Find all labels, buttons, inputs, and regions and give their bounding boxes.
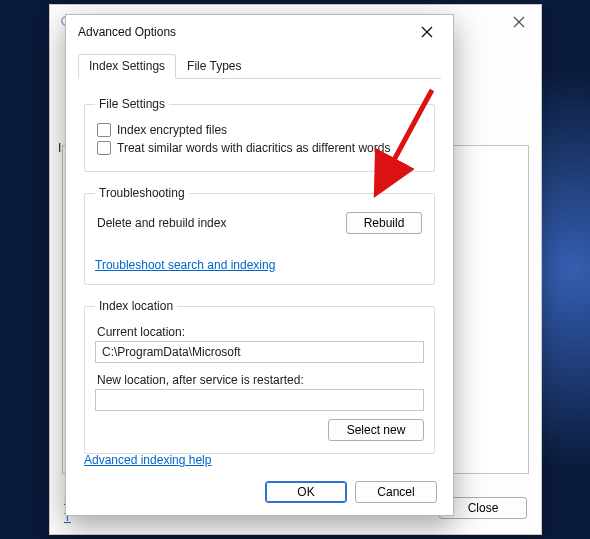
- troubleshoot-search-link[interactable]: Troubleshoot search and indexing: [95, 258, 275, 272]
- back-label-fragment: I: [58, 141, 61, 155]
- index-encrypted-label: Index encrypted files: [117, 123, 227, 137]
- advanced-options-close-button[interactable]: [407, 17, 447, 47]
- advanced-options-title: Advanced Options: [78, 25, 176, 39]
- tabstrip: Index Settings File Types: [78, 53, 441, 79]
- indexing-options-close-button[interactable]: [497, 7, 541, 37]
- close-icon: [421, 26, 433, 38]
- tab-file-types[interactable]: File Types: [176, 54, 252, 79]
- index-encrypted-checkbox[interactable]: [97, 123, 111, 137]
- new-location-field[interactable]: [95, 389, 424, 411]
- advanced-indexing-help-link[interactable]: Advanced indexing help: [84, 453, 211, 467]
- file-settings-legend: File Settings: [95, 97, 169, 111]
- index-location-group: Index location Current location: C:\Prog…: [84, 299, 435, 454]
- advanced-options-dialog: Advanced Options Index Settings File Typ…: [65, 14, 454, 516]
- file-settings-group: File Settings Index encrypted files Trea…: [84, 97, 435, 172]
- troubleshooting-group: Troubleshooting Delete and rebuild index…: [84, 186, 435, 285]
- current-location-label: Current location:: [97, 325, 422, 339]
- new-location-label: New location, after service is restarted…: [97, 373, 422, 387]
- current-location-field: C:\ProgramData\Microsoft: [95, 341, 424, 363]
- rebuild-description: Delete and rebuild index: [97, 216, 226, 230]
- diacritics-checkbox[interactable]: [97, 141, 111, 155]
- diacritics-label: Treat similar words with diacritics as d…: [117, 141, 390, 155]
- index-location-legend: Index location: [95, 299, 177, 313]
- troubleshooting-legend: Troubleshooting: [95, 186, 189, 200]
- cancel-button[interactable]: Cancel: [355, 481, 437, 503]
- tab-index-settings[interactable]: Index Settings: [78, 54, 176, 79]
- advanced-options-titlebar: Advanced Options: [66, 15, 453, 49]
- select-new-button[interactable]: Select new: [328, 419, 424, 441]
- ok-button[interactable]: OK: [265, 481, 347, 503]
- rebuild-button[interactable]: Rebuild: [346, 212, 422, 234]
- close-icon: [513, 16, 525, 28]
